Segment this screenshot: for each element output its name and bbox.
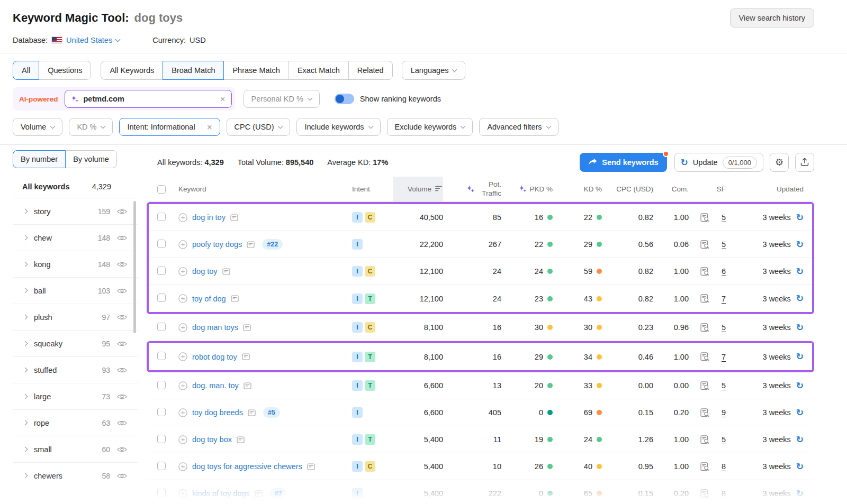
col-intent[interactable]: Intent	[343, 177, 393, 201]
serp-preview-icon[interactable]	[243, 324, 251, 331]
col-com[interactable]: Com.	[653, 177, 689, 201]
eye-icon[interactable]	[117, 367, 127, 373]
serp-preview-icon[interactable]	[255, 490, 263, 497]
eye-icon[interactable]	[117, 235, 127, 241]
sf-link[interactable]: 5	[722, 323, 726, 332]
serp-preview-icon[interactable]	[237, 436, 245, 443]
eye-icon[interactable]	[117, 393, 127, 400]
serp-preview-icon[interactable]	[242, 353, 250, 360]
row-checkbox[interactable]	[157, 381, 166, 389]
keyword-link[interactable]: robot dog toy	[192, 353, 237, 361]
tab-questions[interactable]: Questions	[39, 61, 91, 80]
sidebar-group-row[interactable]: story159	[13, 198, 138, 225]
serp-icon[interactable]	[689, 462, 710, 471]
serp-preview-icon[interactable]	[247, 241, 255, 248]
serp-icon[interactable]	[689, 240, 710, 249]
refresh-icon[interactable]: ↻	[796, 435, 804, 444]
languages-dropdown[interactable]: Languages	[402, 61, 466, 80]
eye-icon[interactable]	[117, 314, 127, 320]
refresh-icon[interactable]: ↻	[796, 323, 804, 332]
add-keyword-icon[interactable]	[178, 381, 187, 390]
add-keyword-icon[interactable]	[178, 240, 187, 249]
eye-icon[interactable]	[117, 473, 127, 479]
keyword-link[interactable]: dog man toys	[192, 323, 238, 332]
serp-icon[interactable]	[689, 323, 710, 332]
exclude-keywords-filter[interactable]: Exclude keywords	[387, 118, 473, 136]
sidebar-group-row[interactable]: small60	[13, 436, 138, 463]
row-checkbox[interactable]	[157, 323, 166, 331]
refresh-icon[interactable]: ↻	[796, 213, 804, 222]
personal-kd-dropdown[interactable]: Personal KD %	[244, 90, 320, 108]
col-pkd[interactable]: PKD %	[501, 177, 553, 201]
advanced-filters[interactable]: Advanced filters	[479, 118, 558, 136]
col-sf[interactable]: SF	[710, 177, 726, 201]
eye-icon[interactable]	[117, 261, 127, 268]
export-button[interactable]	[795, 153, 814, 172]
settings-button[interactable]: ⚙	[770, 153, 789, 172]
serp-preview-icon[interactable]	[307, 463, 315, 470]
refresh-icon[interactable]: ↻	[796, 294, 804, 303]
keyword-link[interactable]: toy of dog	[192, 295, 226, 303]
add-keyword-icon[interactable]	[178, 352, 187, 361]
remove-filter-icon[interactable]: ×	[207, 123, 212, 132]
keyword-link[interactable]: kinds of toy dogs	[192, 489, 250, 498]
serp-icon[interactable]	[689, 352, 710, 361]
add-keyword-icon[interactable]	[178, 323, 187, 332]
add-keyword-icon[interactable]	[178, 408, 187, 417]
serp-preview-icon[interactable]	[231, 295, 239, 302]
volume-filter[interactable]: Volume	[13, 118, 62, 136]
row-checkbox[interactable]	[157, 435, 166, 443]
serp-icon[interactable]	[689, 435, 710, 444]
kd-filter[interactable]: KD %	[69, 118, 113, 136]
eye-icon[interactable]	[117, 208, 127, 215]
row-checkbox[interactable]	[157, 489, 166, 497]
sf-link[interactable]: 5	[722, 240, 726, 249]
keyword-link[interactable]: toy dog breeds	[192, 408, 243, 417]
sf-link[interactable]: 5	[722, 213, 726, 222]
all-keywords-row[interactable]: All keywords 4,329	[13, 175, 138, 198]
col-keyword[interactable]: Keyword	[178, 177, 343, 201]
row-checkbox[interactable]	[157, 352, 166, 360]
sidebar-scrollbar[interactable]	[133, 201, 136, 333]
tab-related[interactable]: Related	[348, 61, 393, 80]
serp-icon[interactable]	[689, 381, 710, 390]
keyword-link[interactable]: dog. man. toy	[192, 381, 239, 390]
col-updated[interactable]: Updated	[726, 177, 804, 201]
serp-icon[interactable]	[689, 294, 710, 303]
sidebar-group-row[interactable]: squeaky95	[13, 331, 138, 357]
sort-by-number-tab[interactable]: By number	[13, 150, 66, 168]
tab-all[interactable]: All	[13, 61, 39, 80]
sf-link[interactable]: 8	[722, 462, 726, 471]
add-keyword-icon[interactable]	[178, 213, 187, 222]
refresh-icon[interactable]: ↻	[796, 381, 804, 390]
refresh-icon[interactable]: ↻	[796, 408, 804, 417]
keyword-link[interactable]: dog toys for aggressive chewers	[192, 462, 302, 471]
domain-input[interactable]: petmd.com ×	[65, 90, 232, 108]
sidebar-group-row[interactable]: stuffed93	[13, 357, 138, 383]
row-checkbox[interactable]	[157, 267, 166, 275]
update-button[interactable]: ↻ Update 0/1,000	[674, 153, 763, 172]
keyword-link[interactable]: dog in toy	[192, 213, 226, 222]
keyword-link[interactable]: dog toy	[192, 267, 218, 276]
add-keyword-icon[interactable]	[178, 435, 187, 444]
eye-icon[interactable]	[117, 446, 127, 453]
sf-link[interactable]: 6	[722, 267, 726, 276]
view-search-history-button[interactable]: View search history	[730, 8, 814, 28]
sf-link[interactable]: 8	[722, 489, 726, 498]
serp-icon[interactable]	[689, 213, 710, 222]
clear-input-icon[interactable]: ×	[220, 95, 226, 104]
sidebar-group-row[interactable]: large73	[13, 383, 138, 410]
add-keyword-icon[interactable]	[178, 294, 187, 303]
sf-link[interactable]: 7	[722, 295, 726, 303]
add-keyword-icon[interactable]	[178, 462, 187, 471]
send-keywords-button[interactable]: Send keywords	[580, 153, 666, 172]
cpc-filter[interactable]: CPC (USD)	[227, 118, 291, 136]
include-keywords-filter[interactable]: Include keywords	[296, 118, 380, 136]
keyword-link[interactable]: dog toy box	[192, 435, 232, 444]
row-checkbox[interactable]	[157, 408, 166, 416]
sort-by-volume-tab[interactable]: By volume	[65, 150, 117, 168]
sidebar-group-row[interactable]: chewers58	[13, 463, 138, 489]
row-checkbox[interactable]	[157, 462, 166, 470]
serp-preview-icon[interactable]	[222, 268, 230, 275]
eye-icon[interactable]	[117, 341, 127, 347]
